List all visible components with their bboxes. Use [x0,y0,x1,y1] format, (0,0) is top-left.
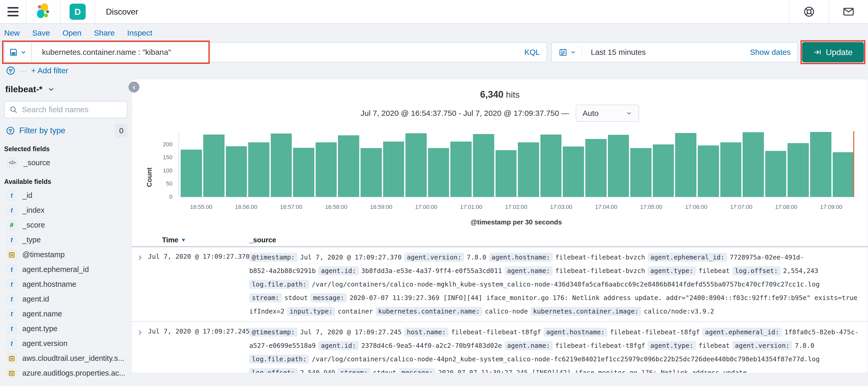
histogram-bar-6[interactable] [316,142,337,197]
saved-query-button[interactable] [4,42,32,62]
histogram-bar-11[interactable] [428,148,449,197]
histogram-bar-16[interactable] [540,135,562,197]
histogram-bar-9[interactable] [383,142,404,197]
field-item-agent.name[interactable]: tagent.name [4,306,127,321]
column-header-time[interactable]: Time ▼ [132,236,249,244]
space-badge[interactable]: D [61,0,94,23]
results-panel-wrap: ‹ 6,340 hits Jul 7, 2020 @ 16:54:37.750 … [132,79,868,386]
field-value: 7728975a-02ee-491d- [730,254,804,261]
menu-link-inspect[interactable]: Inspect [127,29,152,37]
update-button[interactable]: Update [802,42,864,62]
histogram-bar-8[interactable] [361,148,382,197]
histogram-bar-13[interactable] [473,134,494,197]
histogram-bar-14[interactable] [496,150,517,197]
histogram-bar-18[interactable] [585,139,607,197]
histogram-bar-19[interactable] [608,135,629,197]
query-language-button[interactable]: KQL [524,48,540,57]
field-value: /var/log/containers/calico-node-44pn2_ku… [312,355,820,363]
histogram-bar-15[interactable] [518,142,539,197]
help-button[interactable] [789,0,829,23]
source-line: log.file.path:/var/log/containers/calico… [249,353,863,366]
histogram-bar-20[interactable] [630,148,652,197]
column-header-source[interactable]: _source [249,236,276,244]
field-item-_score[interactable]: #_score [4,218,127,233]
hits-count: 6,340 [480,89,503,100]
table-body: Jul 7, 2020 @ 17:09:27.370@timestamp:Jul… [132,247,868,373]
x-axis-tick: 17:02:00 [505,204,527,210]
field-value: b852-4a2b88c9291b [249,267,316,274]
filter-by-type[interactable]: Filter by type 0 [4,124,127,138]
histogram-bar-25[interactable] [743,132,764,197]
collapse-sidebar-button[interactable]: ‹ [128,82,140,92]
histogram-bar-22[interactable] [675,133,696,197]
index-pattern-selector[interactable]: filebeat-* [4,84,127,94]
field-name: agent.hostname [22,280,76,289]
index-pattern-name: filebeat-* [5,84,42,94]
field-item-agent.ephemeral_id[interactable]: tagent.ephemeral_id [4,262,127,277]
menu-icon[interactable] [0,0,26,23]
histogram-bar-4[interactable] [271,133,292,197]
source-line: ifIndex=2input.type:containerkubernetes.… [249,305,863,318]
histogram-bar-5[interactable] [293,148,314,197]
histogram-bar-2[interactable] [226,146,247,197]
elastic-logo[interactable] [27,0,60,23]
histogram-bar-7[interactable] [338,135,359,197]
menu-link-new[interactable]: New [4,29,20,37]
y-axis-title: Count [145,168,153,187]
field-item-azure.auditlogs.properties.ac...[interactable]: azure.auditlogs.properties.ac... [4,366,127,381]
field-item-_source[interactable]: </>_source [4,155,127,170]
histogram-bar-23[interactable] [698,145,719,197]
source-type-icon: </> [7,157,18,168]
time-range-value[interactable]: Last 15 minutes [587,48,646,57]
chart-plot-area[interactable]: 200150100500 [179,131,854,197]
source-line: b852-4a2b88c9291bagent.id:3b8fdd3a-e53e-… [249,264,863,278]
histogram-bar-10[interactable] [405,133,427,197]
source-line: log.offset:2,540,949stream:stdoutmessage… [249,366,863,373]
interval-select[interactable]: Auto [576,105,639,122]
histogram-bar-29[interactable] [833,152,854,197]
histogram-bar-27[interactable] [787,143,809,197]
y-axis-tick: 100 [163,167,173,174]
histogram-bar-17[interactable] [563,147,584,197]
field-item-_type[interactable]: t_type [4,233,127,247]
string-type-icon: t [7,309,17,319]
field-item-agent.hostname[interactable]: tagent.hostname [4,277,127,292]
field-value: 3b8fdd3a-e53e-4a37-9ff4-e0f55a3cd011 [361,267,502,274]
query-input[interactable]: kubernetes.container.name : "kibana" KQL [32,42,547,62]
field-key-badge: log.offset: [249,368,298,373]
field-item-_id[interactable]: t_id [4,188,127,203]
field-key-badge: stream: [338,368,370,373]
histogram-bar-0[interactable] [181,150,202,197]
date-quick-select-button[interactable] [559,48,576,57]
expand-row-button[interactable] [132,251,148,318]
field-item-agent.type[interactable]: tagent.type [4,321,127,336]
show-dates-link[interactable]: Show dates [750,48,790,57]
space-badge-letter: D [69,4,86,20]
histogram-bar-26[interactable] [765,151,786,197]
menu-link-save[interactable]: Save [32,29,50,37]
histogram-bar-28[interactable] [810,132,831,197]
menu-link-share[interactable]: Share [94,29,115,37]
field-item-_index[interactable]: t_index [4,203,127,218]
field-item-aws.cloudtrail.user_identity.s...[interactable]: aws.cloudtrail.user_identity.s... [4,351,127,366]
newsfeed-button[interactable] [829,0,868,23]
add-filter-link[interactable]: + Add filter [31,66,68,75]
histogram-bar-1[interactable] [203,135,224,197]
histogram-bar-12[interactable] [451,142,472,197]
string-type-icon: t [7,235,17,245]
histogram-bar-24[interactable] [720,142,742,197]
x-axis-ticks: 16:55:0016:56:0016:57:0016:58:0016:59:00… [179,204,854,212]
field-item-agent.version[interactable]: tagent.version [4,336,127,351]
filter-set-icon[interactable] [6,66,16,76]
results-panel: 6,340 hits Jul 7, 2020 @ 16:54:37.750 - … [132,79,868,373]
field-item-@timestamp[interactable]: @timestamp [4,247,127,262]
field-search-input[interactable] [22,105,122,114]
histogram-bar-3[interactable] [248,142,270,197]
x-axis-tick: 16:55:00 [190,204,212,210]
field-value: /var/log/containers/calico-node-mgklh_ku… [312,280,820,288]
expand-row-button[interactable] [132,325,148,373]
source-line: @timestamp:Jul 7, 2020 @ 17:09:27.245hos… [249,325,863,339]
field-item-agent.id[interactable]: tagent.id [4,292,127,306]
histogram-bar-21[interactable] [653,144,674,197]
menu-link-open[interactable]: Open [62,29,81,37]
